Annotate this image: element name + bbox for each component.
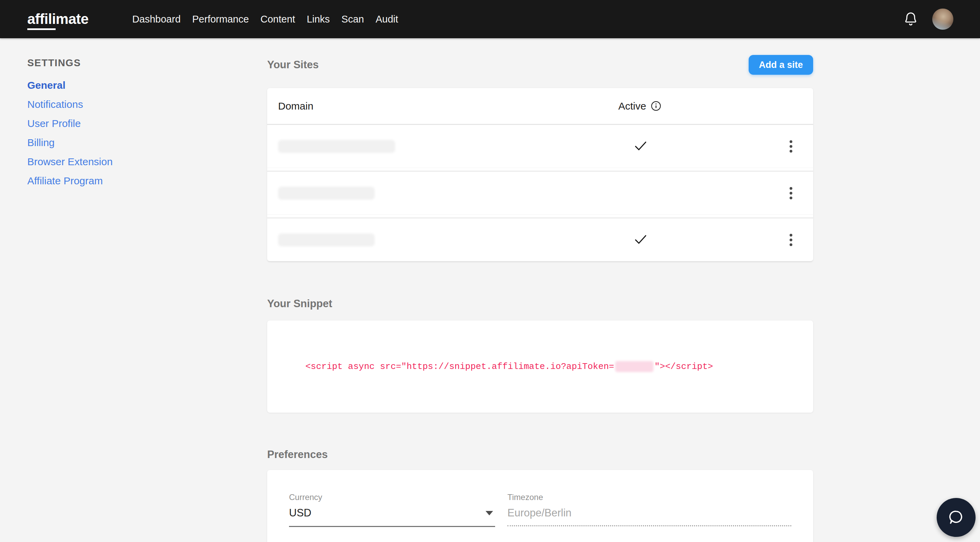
site-table-row	[267, 172, 813, 214]
sidebar-item-billing[interactable]: Billing	[27, 133, 267, 152]
nav-item-dashboard[interactable]: Dashboard	[132, 14, 180, 25]
bell-icon	[903, 11, 919, 27]
nav-item-performance[interactable]: Performance	[192, 14, 249, 25]
page-layout: SETTINGS General Notifications User Prof…	[0, 38, 980, 542]
domain-redacted-pill	[278, 233, 375, 246]
chat-fab-button[interactable]	[937, 498, 975, 537]
sidebar-item-browser-extension[interactable]: Browser Extension	[27, 152, 267, 171]
sites-title: Your Sites	[267, 58, 319, 71]
active-cell	[618, 138, 768, 155]
user-avatar[interactable]	[932, 8, 953, 30]
row-divider	[267, 167, 813, 172]
column-header-active-label: Active	[618, 100, 646, 112]
sidebar-item-user-profile[interactable]: User Profile	[27, 114, 267, 133]
nav-item-scan[interactable]: Scan	[342, 14, 364, 25]
affilimate-logo[interactable]: affilimate	[27, 11, 88, 27]
column-header-active: Active	[618, 100, 768, 112]
sidebar-item-notifications[interactable]: Notifications	[27, 95, 267, 114]
timezone-label: Timezone	[508, 493, 791, 502]
api-token-redacted-pill	[615, 361, 654, 372]
chat-bubble-icon	[947, 509, 965, 526]
logo-text-rest: mate	[56, 11, 88, 27]
main-content: Your Sites Add a site Domain Active	[267, 38, 813, 542]
domain-redacted-pill	[278, 187, 375, 200]
nav-menu: Dashboard Performance Content Links Scan…	[132, 14, 398, 25]
site-table-row	[267, 218, 813, 261]
currency-value: USD	[289, 507, 311, 519]
snippet-card: <script async src="https://snippet.affil…	[267, 320, 813, 413]
currency-label: Currency	[289, 493, 495, 502]
sites-header: Your Sites Add a site	[267, 54, 813, 75]
sites-table-header: Domain Active	[267, 88, 813, 125]
caret-down-icon	[485, 511, 493, 515]
preferences-card: Currency USD Timezone	[267, 470, 813, 542]
preferences-fields: Currency USD Timezone	[289, 493, 813, 527]
column-header-domain: Domain	[267, 100, 618, 112]
nav-item-links[interactable]: Links	[307, 14, 330, 25]
sidebar-item-affiliate-program[interactable]: Affiliate Program	[27, 171, 267, 190]
active-cell	[618, 185, 768, 202]
active-cell	[618, 231, 768, 249]
logo-text-underlined: affili	[27, 11, 56, 30]
row-menu-kebab-button[interactable]	[785, 229, 797, 251]
sites-table-rows	[267, 125, 813, 261]
sidebar-menu: General Notifications User Profile Billi…	[27, 76, 267, 190]
currency-select[interactable]: USD	[289, 507, 495, 527]
site-table-row	[267, 125, 813, 167]
nav-item-audit[interactable]: Audit	[376, 14, 398, 25]
domain-redacted-pill	[278, 140, 395, 153]
snippet-title: Your Snippet	[267, 297, 813, 310]
topnav-right	[903, 8, 953, 30]
currency-field: Currency USD	[289, 493, 495, 527]
snippet-code-after: "></script>	[654, 362, 713, 372]
timezone-field: Timezone	[508, 493, 791, 527]
settings-sidebar: SETTINGS General Notifications User Prof…	[0, 38, 267, 542]
sidebar-item-general[interactable]: General	[27, 76, 267, 95]
nav-item-content[interactable]: Content	[260, 14, 295, 25]
notifications-bell-button[interactable]	[903, 11, 919, 27]
snippet-code-before: <script async src="https://snippet.affil…	[305, 362, 614, 372]
sidebar-heading: SETTINGS	[27, 57, 267, 69]
top-navigation: affilimate Dashboard Performance Content…	[0, 0, 980, 38]
info-icon	[651, 101, 661, 111]
active-check-icon	[633, 138, 648, 154]
active-check-icon	[633, 231, 648, 247]
add-site-button[interactable]: Add a site	[749, 55, 813, 75]
row-menu-kebab-button[interactable]	[785, 136, 797, 157]
snippet-code: <script async src="https://snippet.affil…	[305, 361, 713, 372]
row-divider	[267, 214, 813, 218]
row-menu-kebab-button[interactable]	[785, 182, 797, 204]
sites-table-card: Domain Active	[267, 88, 813, 262]
preferences-title: Preferences	[267, 448, 813, 461]
active-info-button[interactable]	[651, 101, 661, 111]
timezone-input[interactable]	[508, 507, 791, 526]
